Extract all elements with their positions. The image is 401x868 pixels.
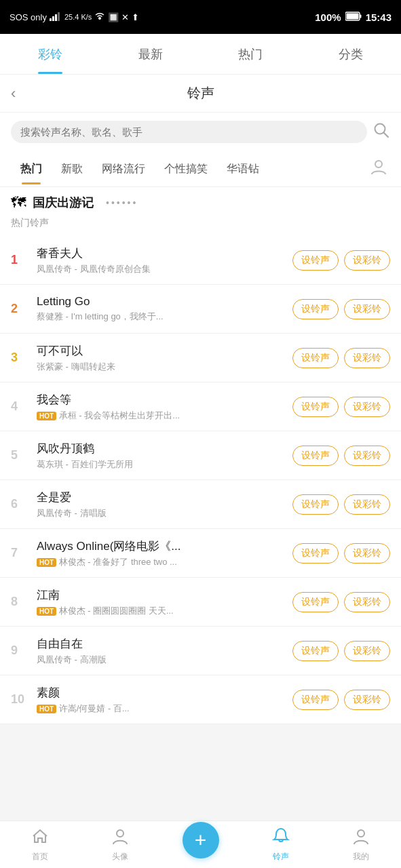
tab-remen[interactable]: 热门 bbox=[231, 34, 269, 74]
set-cailing-btn-5[interactable]: 设彩铃 bbox=[344, 446, 390, 466]
svg-point-9 bbox=[375, 161, 382, 167]
table-row: 8 江南 HOT 林俊杰 - 圈圈圆圆圈圈 天天... 设铃声 设彩铃 bbox=[0, 578, 401, 627]
song-artist-5: 葛东琪 - 百姓们学无所用 bbox=[37, 458, 287, 471]
svg-line-8 bbox=[384, 132, 389, 137]
cat-tab-gexing[interactable]: 个性搞笑 bbox=[155, 154, 217, 184]
set-ringtone-btn-2[interactable]: 设铃声 bbox=[292, 299, 339, 319]
song-info-1: 奢香夫人 凤凰传奇 - 凤凰传奇原创合集 bbox=[31, 245, 292, 275]
header-title: 铃声 bbox=[187, 84, 214, 102]
set-ringtone-btn-6[interactable]: 设铃声 bbox=[292, 494, 339, 515]
user-icon[interactable] bbox=[367, 151, 390, 186]
song-name-9: 自由自在 bbox=[37, 636, 287, 652]
cat-tab-hot[interactable]: 热门 bbox=[11, 154, 52, 184]
nav-plus[interactable]: + bbox=[160, 822, 240, 868]
search-icon[interactable] bbox=[373, 121, 390, 143]
status-right: 100% 15:43 bbox=[315, 12, 392, 23]
bottom-nav: 首页 头像 + 铃声 我的 bbox=[0, 821, 401, 868]
song-actions-1: 设铃声 设彩铃 bbox=[292, 250, 390, 271]
song-artist-1: 凤凰传奇 - 凤凰传奇原创合集 bbox=[37, 263, 287, 275]
tab-zuixin[interactable]: 最新 bbox=[132, 34, 170, 74]
search-input[interactable] bbox=[20, 126, 358, 138]
banner-dots[interactable]: •••••• bbox=[106, 197, 138, 208]
song-actions-2: 设铃声 设彩铃 bbox=[292, 299, 390, 319]
song-info-2: Letting Go 蔡健雅 - I'm letting go，我终于... bbox=[31, 295, 292, 323]
svg-rect-6 bbox=[360, 14, 362, 18]
nav-ringtone[interactable]: 铃声 bbox=[241, 827, 321, 863]
set-cailing-btn-9[interactable]: 设彩铃 bbox=[344, 641, 390, 661]
set-cailing-btn-1[interactable]: 设彩铃 bbox=[344, 250, 390, 271]
svg-rect-5 bbox=[346, 13, 358, 19]
table-row: 3 可不可以 张紫豪 - 嗨唱转起来 设铃声 设彩铃 bbox=[0, 334, 401, 382]
song-info-7: Always Online(网络电影《... HOT 林俊杰 - 准备好了 th… bbox=[31, 538, 292, 568]
song-artist-6: 凤凰传奇 - 清唱版 bbox=[37, 507, 287, 519]
song-artist-9: 凤凰传奇 - 高潮版 bbox=[37, 654, 287, 666]
song-rank-1: 1 bbox=[11, 253, 31, 267]
cat-tab-huayu[interactable]: 华语钻 bbox=[217, 154, 269, 184]
set-cailing-btn-2[interactable]: 设彩铃 bbox=[344, 299, 390, 319]
set-ringtone-btn-10[interactable]: 设铃声 bbox=[292, 690, 339, 710]
table-row: 2 Letting Go 蔡健雅 - I'm letting go，我终于...… bbox=[0, 285, 401, 334]
song-actions-7: 设铃声 设彩铃 bbox=[292, 543, 390, 564]
song-artist-4: HOT 承桓 - 我会等枯树生出芽开出... bbox=[37, 410, 287, 422]
back-button[interactable]: ‹ bbox=[11, 85, 16, 102]
speed-text: 25.4 K/s bbox=[64, 13, 92, 21]
plus-button[interactable]: + bbox=[183, 822, 219, 859]
song-rank-9: 9 bbox=[11, 644, 31, 658]
set-cailing-btn-6[interactable]: 设彩铃 bbox=[344, 494, 390, 515]
song-name-7: Always Online(网络电影《... bbox=[37, 538, 287, 554]
mine-icon bbox=[352, 827, 370, 849]
song-rank-2: 2 bbox=[11, 302, 31, 316]
song-actions-6: 设铃声 设彩铃 bbox=[292, 494, 390, 515]
battery-icon bbox=[345, 12, 362, 23]
tab-fenlei[interactable]: 分类 bbox=[332, 34, 370, 74]
set-ringtone-btn-4[interactable]: 设铃声 bbox=[292, 397, 339, 417]
song-name-3: 可不可以 bbox=[37, 343, 287, 359]
set-cailing-btn-3[interactable]: 设彩铃 bbox=[344, 348, 390, 368]
song-artist-2: 蔡健雅 - I'm letting go，我终于... bbox=[37, 311, 287, 323]
song-actions-4: 设铃声 设彩铃 bbox=[292, 397, 390, 417]
top-tabs-bar: 彩铃 最新 热门 分类 bbox=[0, 34, 401, 75]
song-info-3: 可不可以 张紫豪 - 嗨唱转起来 bbox=[31, 343, 292, 373]
status-left: SOS only 25.4 K/s 🔲 ✕ ⬆ bbox=[9, 12, 139, 23]
set-ringtone-btn-7[interactable]: 设铃声 bbox=[292, 543, 339, 564]
song-name-10: 素颜 bbox=[37, 685, 287, 701]
banner-title: 国庆出游记 bbox=[33, 195, 94, 211]
svg-point-10 bbox=[117, 830, 123, 837]
signal-icon bbox=[50, 12, 62, 23]
song-info-8: 江南 HOT 林俊杰 - 圈圈圆圆圈圈 天天... bbox=[31, 587, 292, 617]
search-input-wrap[interactable] bbox=[11, 121, 367, 143]
set-ringtone-btn-3[interactable]: 设铃声 bbox=[292, 348, 339, 368]
set-cailing-btn-4[interactable]: 设彩铃 bbox=[344, 397, 390, 417]
header: ‹ 铃声 bbox=[0, 75, 401, 113]
nav-avatar[interactable]: 头像 bbox=[80, 827, 160, 863]
set-ringtone-btn-8[interactable]: 设铃声 bbox=[292, 592, 339, 612]
song-name-2: Letting Go bbox=[37, 295, 287, 309]
hot-badge-7: HOT bbox=[37, 558, 56, 567]
song-name-5: 风吹丹顶鹤 bbox=[37, 441, 287, 456]
table-row: 7 Always Online(网络电影《... HOT 林俊杰 - 准备好了 … bbox=[0, 529, 401, 578]
set-cailing-btn-7[interactable]: 设彩铃 bbox=[344, 543, 390, 564]
song-info-10: 素颜 HOT 许嵩/何曼婧 - 百... bbox=[31, 685, 292, 715]
table-row: 1 奢香夫人 凤凰传奇 - 凤凰传奇原创合集 设铃声 设彩铃 bbox=[0, 236, 401, 285]
tab-cailing[interactable]: 彩铃 bbox=[31, 34, 69, 74]
song-name-1: 奢香夫人 bbox=[37, 245, 287, 261]
song-name-8: 江南 bbox=[37, 587, 287, 603]
song-name-6: 全是爱 bbox=[37, 490, 287, 505]
extra-icons: 🔲 ✕ ⬆ bbox=[108, 12, 138, 22]
cat-tab-wangliu[interactable]: 网络流行 bbox=[92, 154, 155, 184]
nav-home[interactable]: 首页 bbox=[0, 827, 80, 863]
ringtone-icon bbox=[272, 827, 290, 849]
set-cailing-btn-10[interactable]: 设彩铃 bbox=[344, 690, 390, 710]
set-cailing-btn-8[interactable]: 设彩铃 bbox=[344, 592, 390, 612]
song-name-4: 我会等 bbox=[37, 392, 287, 408]
set-ringtone-btn-9[interactable]: 设铃声 bbox=[292, 641, 339, 661]
sos-text: SOS only bbox=[9, 12, 47, 22]
song-info-5: 风吹丹顶鹤 葛东琪 - 百姓们学无所用 bbox=[31, 441, 292, 471]
banner-subtitle: 热门铃声 bbox=[0, 216, 401, 236]
set-ringtone-btn-1[interactable]: 设铃声 bbox=[292, 250, 339, 271]
song-actions-10: 设铃声 设彩铃 bbox=[292, 690, 390, 710]
cat-tab-new[interactable]: 新歌 bbox=[52, 154, 92, 184]
set-ringtone-btn-5[interactable]: 设铃声 bbox=[292, 446, 339, 466]
nav-mine[interactable]: 我的 bbox=[321, 827, 401, 863]
song-rank-4: 4 bbox=[11, 399, 31, 414]
